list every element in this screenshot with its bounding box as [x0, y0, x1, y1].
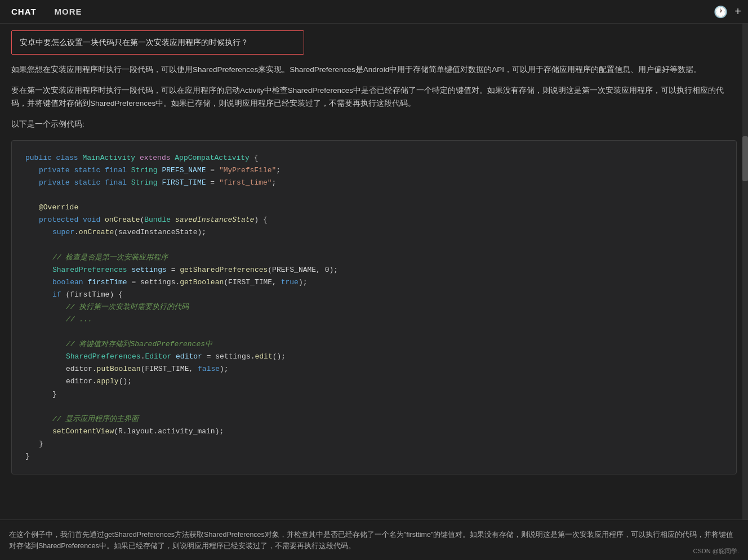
scrollbar-thumb[interactable]: [742, 136, 748, 181]
answer-paragraph-2: 要在第一次安装应用程序时执行一段代码，可以在应用程序的启动Activity中检查…: [11, 84, 737, 110]
tab-more[interactable]: MORE: [50, 5, 87, 19]
question-text: 安卓中要怎么设置一块代码只在第一次安装应用程序的时候执行？: [20, 38, 248, 47]
code-block: public class MainActivity extends AppCom…: [11, 140, 737, 474]
answer-paragraph-1: 如果您想在安装应用程序时执行一段代码，可以使用SharedPreferences…: [11, 64, 737, 77]
footer-bar: 在这个例子中，我们首先通过getSharedPreferences方法获取Sha…: [0, 519, 748, 560]
footer-text: 在这个例子中，我们首先通过getSharedPreferences方法获取Sha…: [9, 529, 739, 552]
header-icons: 🕐 +: [714, 5, 741, 19]
answer-paragraph-3: 以下是一个示例代码:: [11, 118, 737, 131]
question-box: 安卓中要怎么设置一块代码只在第一次安装应用程序的时候执行？: [11, 30, 304, 55]
history-icon[interactable]: 🕐: [714, 5, 728, 19]
main-content: 安卓中要怎么设置一块代码只在第一次安装应用程序的时候执行？ 如果您想在安装应用程…: [0, 24, 748, 519]
tab-bar: CHAT MORE: [7, 5, 87, 19]
scrollbar-indicator: [742, 24, 748, 519]
header: CHAT MORE 🕐 +: [0, 0, 748, 24]
brand-label: CSDN @驼同学.: [693, 547, 739, 555]
tab-chat[interactable]: CHAT: [7, 5, 41, 19]
new-chat-icon[interactable]: +: [734, 5, 741, 18]
